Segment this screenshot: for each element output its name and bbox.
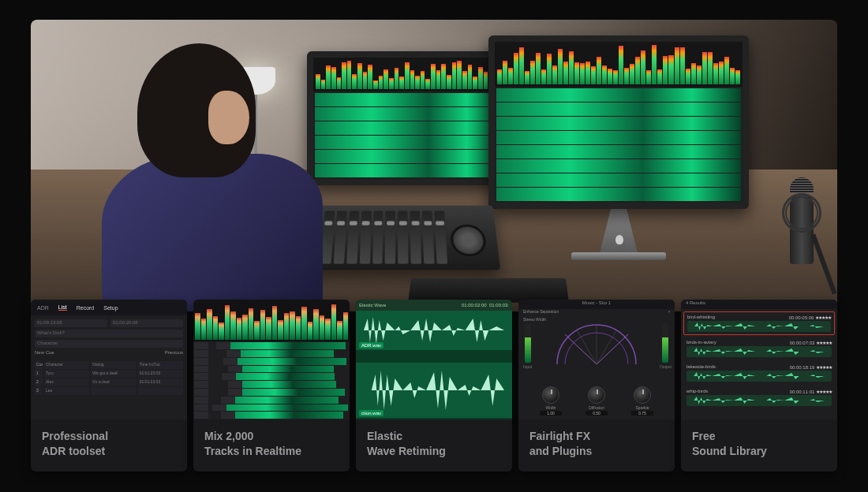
list-item: bird-whistling00:00:05:06 ★★★★★ xyxy=(683,311,835,335)
fx-thumbnail: Music - Slot 1 Enhance Separation • Ster… xyxy=(518,300,675,419)
knob-diffusion: Diffusion0.50 xyxy=(586,386,608,416)
table-cell: It's a deal xyxy=(91,378,136,386)
elastic-tc1: 01:00:02:00 xyxy=(462,303,487,308)
hero-studio-photo xyxy=(31,20,837,311)
list-item: whip-birds00:00:11:01 ★★★★★ xyxy=(683,386,835,408)
adr-th-dialog: Dialog xyxy=(91,361,136,369)
card-title: ElasticWave Retiming xyxy=(356,419,512,472)
left-monitor xyxy=(307,51,512,185)
table-cell: 01:01:23:03 xyxy=(138,378,183,386)
adr-new-cue: New Cue xyxy=(35,350,54,355)
list-item: lakeside-birds00:00:18:19 ★★★★★ xyxy=(683,362,835,384)
fx-title: Music - Slot 1 xyxy=(518,300,675,309)
card-title: Fairlight FXand Plugins xyxy=(518,419,675,472)
card-fairlight-fx[interactable]: Music - Slot 1 Enhance Separation • Ster… xyxy=(518,300,675,472)
adr-thumbnail: ADR List Record Setup 01:00:13:08 01:00:… xyxy=(31,300,187,419)
knob-width: Width1.00 xyxy=(540,386,562,416)
table-cell: Alex xyxy=(44,378,89,386)
apple-logo-icon xyxy=(615,235,623,244)
adr-tab-setup: Setup xyxy=(103,305,118,311)
svg-line-0 xyxy=(565,334,597,364)
soundlib-thumbnail: 4 Results bird-whistling00:00:05:06 ★★★★… xyxy=(681,300,837,419)
table-cell: Leo xyxy=(44,387,89,395)
card-title: FreeSound Library xyxy=(681,419,837,472)
adr-tc-out: 01:00:20:08 xyxy=(110,319,183,327)
svg-line-1 xyxy=(597,334,628,364)
table-cell xyxy=(91,387,136,395)
elastic-label: Elastic Wave xyxy=(359,303,386,308)
output-label: Output xyxy=(660,364,672,369)
jog-wheel-icon xyxy=(450,225,488,256)
adr-panel-title: ADR xyxy=(37,305,49,311)
soundlib-header: 4 Results xyxy=(681,300,837,309)
table-cell xyxy=(138,387,183,395)
adr-th-cue: Cue xyxy=(35,361,43,369)
studio-microphone xyxy=(790,177,814,264)
svg-line-4 xyxy=(597,330,616,364)
knob-sparkle: Sparkle0.75 xyxy=(631,386,653,416)
adr-tab-record: Record xyxy=(77,305,95,311)
adr-character-field: Character xyxy=(35,340,183,348)
card-mix[interactable]: Mix 2,000Tracks in Realtime xyxy=(193,300,350,472)
card-title: ProfessionalADR toolset xyxy=(31,419,187,472)
card-sound-library[interactable]: 4 Results bird-whistling00:00:05:06 ★★★★… xyxy=(681,300,837,472)
adr-th-char: Character xyxy=(44,361,89,369)
elastic-file2: ction.wav xyxy=(359,410,383,416)
table-cell: 1 xyxy=(35,370,43,378)
input-meter xyxy=(525,323,531,363)
card-elastic-wave[interactable]: Elastic Wave 01:00:02:00 01:00:03: ADR.w… xyxy=(356,300,512,472)
list-item: birds-in-aviary00:00:07:03 ★★★★★ xyxy=(683,337,835,360)
adr-tc-in: 01:00:13:08 xyxy=(35,319,107,327)
adr-tab-list: List xyxy=(58,304,67,311)
card-adr[interactable]: ADR List Record Setup 01:00:13:08 01:00:… xyxy=(31,300,187,472)
right-monitor-imac xyxy=(488,35,749,209)
mix-thumbnail xyxy=(193,300,350,419)
feature-cards-row: ADR List Record Setup 01:00:13:08 01:00:… xyxy=(31,300,837,472)
table-cell: We got a deal! xyxy=(91,370,136,378)
table-cell: 3 xyxy=(35,387,43,395)
elastic-file1: ADR.wav xyxy=(359,342,383,348)
output-meter xyxy=(662,323,668,363)
adr-th-time: Time In/Out xyxy=(138,361,183,369)
svg-line-3 xyxy=(577,330,597,364)
imac-foot xyxy=(571,252,666,260)
elastic-tc2: 01:00:03: xyxy=(489,303,509,308)
elastic-thumbnail: Elastic Wave 01:00:02:00 01:00:03: ADR.w… xyxy=(356,300,512,419)
table-cell: 01:01:23:03 xyxy=(138,370,183,378)
adr-dialog: What's Dick? xyxy=(35,330,183,337)
fx-sub1: Enhance Separation xyxy=(523,309,559,317)
card-title: Mix 2,000Tracks in Realtime xyxy=(193,419,350,472)
table-cell: Tyro xyxy=(44,370,89,378)
stereo-arc-icon xyxy=(549,319,644,366)
adr-prev: Previous xyxy=(165,350,183,355)
person-at-desk xyxy=(62,35,299,311)
table-cell: 2 xyxy=(35,378,43,386)
input-label: Input xyxy=(523,364,532,369)
